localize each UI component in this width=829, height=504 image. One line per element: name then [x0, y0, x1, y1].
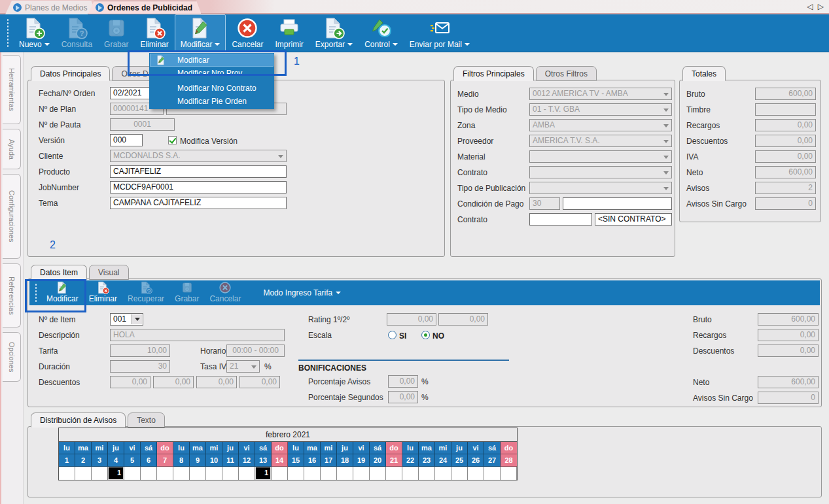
button-label: Consulta [62, 40, 92, 49]
calendar-value-cell[interactable] [337, 467, 353, 480]
calendar-value-cell[interactable] [272, 467, 288, 480]
toolbar-button-imprimir[interactable]: Imprimir [269, 14, 309, 52]
calendar-value-cell[interactable] [222, 467, 239, 480]
modifica-version-checkbox[interactable] [168, 136, 177, 144]
total-neto-input: 600,00 [755, 166, 816, 178]
field-label: Zona [457, 121, 475, 130]
calendar-date-cell: 24 [435, 454, 451, 467]
total-avisos-input: 2 [755, 182, 816, 194]
producto-input[interactable]: CAJITAFELIZ [110, 165, 287, 178]
scroll-left-icon[interactable]: ◁ [807, 2, 813, 11]
condicion-pago-desc-input[interactable] [563, 197, 672, 210]
calendar-value-cell[interactable] [75, 467, 92, 480]
calendar-value-cell[interactable] [288, 467, 304, 480]
mail-icon [429, 17, 451, 39]
calendar-dow-cell: mi [435, 442, 451, 454]
calendar-value-cell[interactable] [484, 467, 501, 480]
tab-filtros-principales[interactable]: Filtros Principales [453, 66, 534, 81]
annotation-box-2 [25, 279, 86, 312]
calendar-value-cell[interactable] [402, 467, 419, 480]
window-tab-planes-de-medios[interactable]: Planes de Medios [5, 1, 96, 14]
calendar-value-cell[interactable] [353, 467, 370, 480]
contrato-nro-input[interactable] [529, 213, 592, 226]
tipo-publicacion-combo[interactable] [529, 182, 672, 194]
calendar-value-cell[interactable] [141, 467, 157, 480]
toolbar-button-nuevo[interactable]: Nuevo [13, 14, 56, 52]
calendar-value-cell[interactable] [370, 467, 386, 480]
item-recargos-input: 0,00 [758, 329, 819, 341]
contrato-combo[interactable] [529, 166, 672, 178]
field-label: Duración [39, 362, 70, 371]
menu-item-modificar-pie-orden[interactable]: Modificar Pie Orden [150, 95, 273, 108]
window-tab-ordenes-de-publicidad[interactable]: Ordenes de Publicidad [88, 1, 202, 14]
calendar-value-cell[interactable] [124, 467, 141, 480]
dropdown-caret-icon [336, 292, 341, 294]
menu-item-modificar-nro-contrato[interactable]: Modificar Nro Contrato [150, 82, 273, 95]
tab-texto[interactable]: Texto [128, 412, 165, 428]
contrato-desc-input[interactable]: <SIN CONTRATO> [595, 213, 672, 226]
modo-ingreso-tarifa-dropdown[interactable]: Modo Ingreso Tarifa [263, 280, 341, 305]
sidebar-tab-opciones[interactable]: Opciones [3, 332, 21, 382]
calendar-value-cell[interactable] [157, 467, 173, 480]
calendar-dow-cell: do [272, 442, 288, 454]
tab-totales[interactable]: Totales [682, 66, 726, 81]
escala-si-radio[interactable] [388, 331, 397, 339]
calendar-value-cell[interactable] [501, 467, 517, 480]
calendar-value-cell[interactable] [206, 467, 222, 480]
field-label: Descuentos [686, 137, 728, 146]
calendar-value-cell[interactable] [59, 467, 75, 480]
calendar-value-cell[interactable]: 1 [108, 467, 124, 480]
tab-distribucion-de-avisos[interactable]: Distribución de Avisos [31, 412, 126, 428]
combo-arrow-icon[interactable] [132, 314, 142, 324]
toolbar-button-exportar[interactable]: Exportar [309, 14, 359, 52]
material-combo[interactable] [529, 150, 672, 163]
calendar-date-cell: 25 [451, 454, 468, 467]
calendar-value-cell[interactable] [173, 467, 190, 480]
tab-datos-item[interactable]: Datos Item [31, 265, 87, 280]
jobnumber-input[interactable]: MCDCF9AF0001 [110, 181, 287, 193]
calendar-value-cell[interactable] [451, 467, 468, 480]
horario-input: 00:00 - 00:00 [226, 344, 285, 357]
sidebar-tab-herramientas[interactable]: Herramientas [3, 55, 21, 124]
escala-no-radio[interactable] [421, 331, 430, 339]
item-button-eliminar[interactable]: Eliminar [84, 280, 122, 305]
nro-item-combo[interactable]: 001 [110, 313, 143, 326]
doc-recover-icon [139, 281, 152, 294]
version-input[interactable]: 000 [110, 134, 143, 146]
scroll-right-icon[interactable]: ▷ [818, 2, 824, 11]
calendar-dow-cell: do [157, 442, 173, 454]
tema-input[interactable]: CAMPANA CAJITAFELIZ [110, 197, 287, 209]
calendar-value-cell[interactable]: 1 [255, 467, 272, 480]
calendar-value-cell[interactable] [190, 467, 206, 480]
field-label: Proveedor [457, 137, 493, 146]
calendar-value-cell[interactable] [419, 467, 435, 480]
toolbar-button-control[interactable]: Control [359, 14, 404, 52]
bonificaciones-heading: BONIFICACIONES [298, 363, 366, 373]
toolbar-button-cancelar[interactable]: Cancelar [226, 14, 269, 52]
field-label: Porcentaje Avisos [308, 377, 370, 386]
calendar-value-cell[interactable] [92, 467, 108, 480]
toolbar-button-eliminar[interactable]: Eliminar [134, 14, 174, 52]
sidebar-tab-configuraciones[interactable]: Configuraciones [3, 174, 21, 259]
sidebar-tab-label: Herramientas [8, 68, 16, 111]
sidebar-tab-referencias[interactable]: Referencias [3, 263, 21, 328]
calendar-date-cell: 21 [386, 454, 402, 467]
sidebar-tab-ayuda[interactable]: Ayuda [3, 129, 21, 169]
calendar-value-cell[interactable] [468, 467, 484, 480]
tab-visual[interactable]: Visual [89, 265, 128, 280]
tab-otros-filtros[interactable]: Otros Filtros [536, 66, 597, 81]
calendar-date-cell: 1 [59, 454, 75, 467]
calendar-value-cell[interactable] [386, 467, 402, 480]
app-window: Planes de Medios Ordenes de Publicidad ◁… [0, 0, 829, 504]
toolbar-grip[interactable] [7, 18, 9, 48]
item-neto-input: 600,00 [758, 376, 819, 388]
toolbar-button-enviar-por-mail[interactable]: Enviar por Mail [404, 14, 476, 52]
toolbar-button-modificar[interactable]: Modificar [175, 14, 226, 52]
calendar-value-cell[interactable] [304, 467, 321, 480]
calendar-value-cell[interactable] [321, 467, 337, 480]
calendar-value-cell[interactable] [239, 467, 255, 480]
calendar-value-cell[interactable] [435, 467, 451, 480]
calendar-date-cell: 27 [484, 454, 501, 467]
button-label: Modificar [181, 40, 213, 49]
tab-datos-principales[interactable]: Datos Principales [31, 66, 110, 81]
